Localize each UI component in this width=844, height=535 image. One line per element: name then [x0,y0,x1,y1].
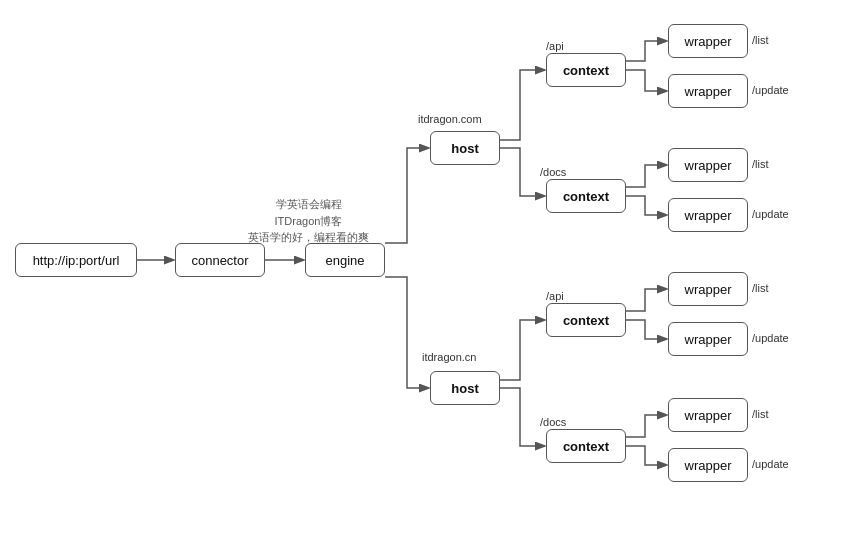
engine-label: engine [325,253,364,268]
wrapper1-label: wrapper [685,34,732,49]
host2-label: host [451,381,478,396]
connector-node: connector [175,243,265,277]
ctx2-docs-path-label: /docs [540,416,566,428]
wrapper5-label: wrapper [685,282,732,297]
ctx2-docs-node: context [546,429,626,463]
wrapper7-path-label: /list [752,408,769,420]
engine-node: engine [305,243,385,277]
ctx1-api-label: context [563,63,609,78]
wrapper8-path-label: /update [752,458,789,470]
wrapper3-label: wrapper [685,158,732,173]
wrapper3-node: wrapper [668,148,748,182]
annotation-text: 学英语会编程 ITDragon博客 英语学的好，编程看的爽 [248,196,369,246]
ctx2-docs-label: context [563,439,609,454]
ctx1-api-path-label: /api [546,40,564,52]
ctx2-api-label: context [563,313,609,328]
wrapper2-node: wrapper [668,74,748,108]
wrapper6-node: wrapper [668,322,748,356]
wrapper6-path-label: /update [752,332,789,344]
wrapper2-path-label: /update [752,84,789,96]
wrapper8-node: wrapper [668,448,748,482]
wrapper4-path-label: /update [752,208,789,220]
wrapper6-label: wrapper [685,332,732,347]
url-label: http://ip:port/url [33,253,120,268]
url-node: http://ip:port/url [15,243,137,277]
ctx1-docs-node: context [546,179,626,213]
wrapper4-node: wrapper [668,198,748,232]
ctx1-api-node: context [546,53,626,87]
ctx2-api-path-label: /api [546,290,564,302]
host2-node: host [430,371,500,405]
connector-label: connector [191,253,248,268]
wrapper7-node: wrapper [668,398,748,432]
host1-label: host [451,141,478,156]
host2-domain-label: itdragon.cn [422,351,476,363]
wrapper4-label: wrapper [685,208,732,223]
wrapper5-path-label: /list [752,282,769,294]
wrapper7-label: wrapper [685,408,732,423]
wrapper1-path-label: /list [752,34,769,46]
wrapper5-node: wrapper [668,272,748,306]
wrapper8-label: wrapper [685,458,732,473]
ctx2-api-node: context [546,303,626,337]
ctx1-docs-label: context [563,189,609,204]
host1-domain-label: itdragon.com [418,113,482,125]
wrapper2-label: wrapper [685,84,732,99]
wrapper1-node: wrapper [668,24,748,58]
wrapper3-path-label: /list [752,158,769,170]
host1-node: host [430,131,500,165]
ctx1-docs-path-label: /docs [540,166,566,178]
